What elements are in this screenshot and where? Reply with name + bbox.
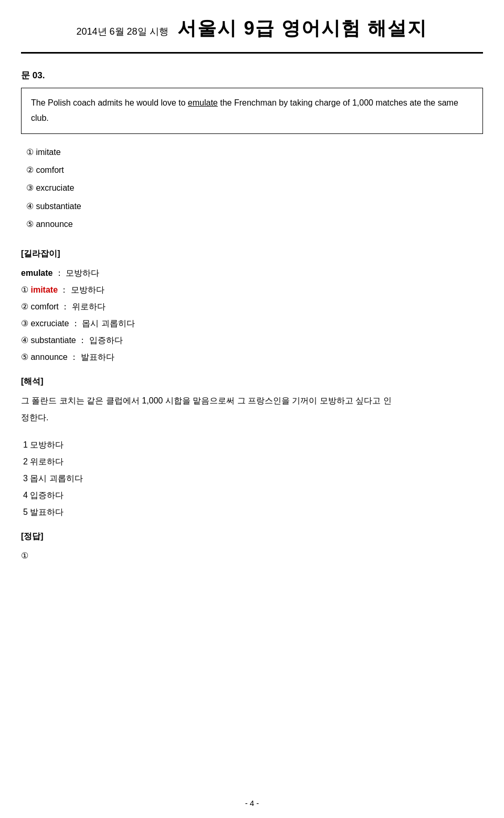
vocab-colon-comfort: ： [61,302,71,311]
meaning-4-number: 4 [23,491,30,500]
vocab-word-comfort: comfort [30,302,58,311]
meaning-3-number: 3 [23,474,30,483]
vocab-colon-announce: ： [70,353,80,361]
meaning-5: 5 발표하다 [23,504,483,521]
vocab-word-excruciate: excruciate [30,319,69,328]
translation-section-title: [해석] [21,376,483,387]
vocab-colon-excruciate: ： [71,319,82,328]
choice-4: ④ substantiate [26,199,483,214]
meaning-5-number: 5 [23,508,30,516]
meaning-5-text: 발표하다 [30,508,64,516]
choice-4-number: ④ [26,202,34,211]
vocab-prefix-announce: ⑤ [21,353,30,361]
vocab-korean-substantiate: 입증하다 [89,336,123,345]
answer-value: ① [21,547,483,564]
vocab-colon-emulate: ： [55,268,66,277]
vocab-item-excruciate: ③ excruciate ： 몹시 괴롭히다 [21,315,483,332]
choice-3-text: excruciate [36,183,74,192]
vocab-korean-excruciate: 몹시 괴롭히다 [82,319,134,328]
footer-text: - 4 - [245,799,259,807]
vocab-item-emulate: emulate ： 모방하다 [21,265,483,282]
choice-3: ③ excruciate [26,180,483,196]
page-header: 2014년 6월 28일 시행 서울시 9급 영어시험 해설지 [21,0,483,54]
page-container: 2014년 6월 28일 시행 서울시 9급 영어시험 해설지 문 03. Th… [0,0,504,818]
question-text-before: The Polish coach admits he would love to [31,98,188,107]
vocab-item-substantiate: ④ substantiate ： 입증하다 [21,332,483,349]
meaning-1-text: 모방하다 [30,440,64,449]
question-number: 문 03. [21,69,483,81]
vocab-section-title: [길라잡이] [21,248,483,260]
choice-1: ① imitate [26,144,483,160]
header-title: 서울시 9급 영어시험 해설지 [177,17,427,39]
page-footer: - 4 - [0,799,504,807]
vocab-korean-imitate: 모방하다 [71,285,104,294]
header-date: 2014년 6월 28일 시행 [77,26,169,37]
meaning-3: 3 몹시 괴롭히다 [23,470,483,487]
choice-5-text: announce [36,220,72,229]
meaning-1: 1 모방하다 [23,437,483,453]
choice-1-text: imitate [36,148,60,157]
vocab-word-imitate: imitate [30,285,58,294]
vocab-item-comfort: ② comfort ： 위로하다 [21,298,483,315]
translation-line1: 그 폴란드 코치는 같은 클럽에서 1,000 시합을 맡음으로써 그 프랑스인… [21,396,392,405]
meaning-2-text: 위로하다 [30,457,64,466]
choice-1-number: ① [26,148,34,157]
vocab-korean-comfort: 위로하다 [72,302,106,311]
translation-text: 그 폴란드 코치는 같은 클럽에서 1,000 시합을 맡음으로써 그 프랑스인… [21,392,483,426]
underlined-word: emulate [188,98,218,107]
vocab-korean-emulate: 모방하다 [66,268,99,277]
meaning-2-number: 2 [23,457,30,466]
vocab-colon-substantiate: ： [78,336,89,345]
meaning-2: 2 위로하다 [23,453,483,470]
vocab-prefix-substantiate: ④ [21,336,30,345]
meaning-4: 4 입증하다 [23,487,483,504]
choice-2-number: ② [26,165,34,174]
choice-4-text: substantiate [36,202,81,211]
vocab-prefix-imitate: ① [21,285,30,294]
vocab-prefix-excruciate: ③ [21,319,30,328]
vocab-word-emulate: emulate [21,268,52,277]
vocab-korean-announce: 발표하다 [81,353,114,361]
vocab-word-announce: announce [30,353,67,361]
choice-2-text: comfort [36,165,64,174]
vocab-item-announce: ⑤ announce ： 발표하다 [21,349,483,366]
answer-choices: ① imitate ② comfort ③ excruciate ④ subst… [21,144,483,233]
vocab-word-substantiate: substantiate [30,336,76,345]
question-box: The Polish coach admits he would love to… [21,88,483,134]
answer-section: [정답] ① [21,531,483,564]
meaning-3-text: 몹시 괴롭히다 [30,474,82,483]
translation-section: [해석] 그 폴란드 코치는 같은 클럽에서 1,000 시합을 맡음으로써 그… [21,376,483,426]
meaning-1-number: 1 [23,440,30,449]
answer-section-title: [정답] [21,531,483,542]
meaning-4-text: 입증하다 [30,491,64,500]
vocabulary-section: [길라잡이] emulate ： 모방하다 ① imitate ： 모방하다 ②… [21,248,483,366]
numbered-meanings: 1 모방하다 2 위로하다 3 몹시 괴롭히다 4 입증하다 5 발표하다 [21,437,483,521]
choice-3-number: ③ [26,183,34,192]
vocab-item-imitate: ① imitate ： 모방하다 [21,282,483,298]
vocab-colon-imitate: ： [60,285,70,294]
vocab-prefix-comfort: ② [21,302,30,311]
choice-5-number: ⑤ [26,220,34,229]
choice-5: ⑤ announce [26,216,483,232]
translation-line2: 정한다. [21,413,48,422]
choice-2: ② comfort [26,162,483,178]
